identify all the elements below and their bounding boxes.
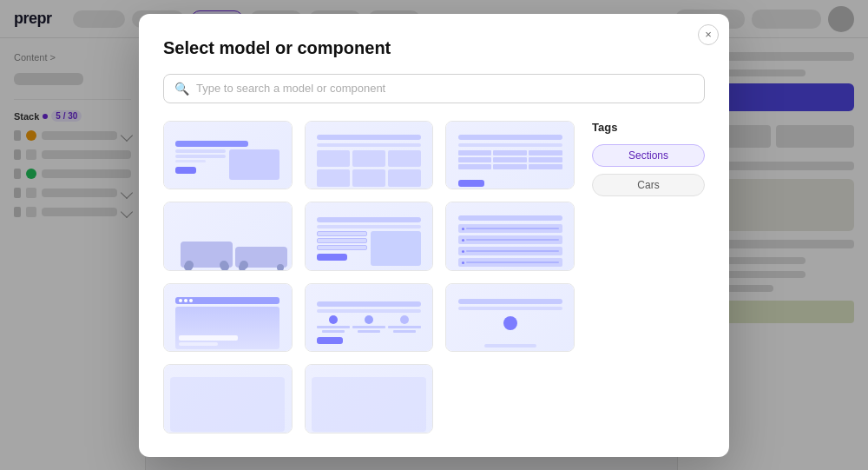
preview-header-line [175,141,248,147]
card-preview-partial-2 [306,365,433,434]
modal-search-box[interactable]: 🔍 [163,74,705,103]
tags-list: Sections Cars [592,144,705,196]
card-preview-how-it-works [306,284,433,353]
modal-close-button[interactable]: × [698,24,719,45]
modal-title: Select model or component [163,38,705,58]
preview-img [229,149,279,180]
tag-sections[interactable]: Sections [592,144,705,167]
card-consultation[interactable]: Section - Consultation [305,202,434,271]
card-partial-2[interactable]: ... [305,364,434,434]
card-faq[interactable]: Section - FAQ [445,202,575,271]
card-preview-how-to-get [446,284,574,353]
card-car[interactable]: Section - Car... [163,202,293,271]
tag-cars[interactable]: Cars [592,174,705,196]
modal-overlay[interactable]: × Select model or component 🔍 [0,0,868,470]
card-preview-consultation [306,202,433,271]
card-preview-benefits [306,122,433,190]
card-preview-car [164,202,292,271]
benefits-preview-grid [317,150,421,187]
card-how-it-works[interactable]: Section - How it works [305,283,434,353]
card-blog-content[interactable]: Section - Blog Content [445,121,575,190]
card-benefits[interactable]: Section - Benefits [305,121,434,190]
modal-tags-sidebar: Tags Sections Cars [592,121,705,434]
search-icon: 🔍 [174,82,189,96]
blog-preview-table [458,150,562,175]
modal-dialog: × Select model or component 🔍 [139,14,729,457]
tags-title: Tags [592,121,705,134]
card-preview-about-lease [164,122,292,190]
card-about-lease[interactable]: Section - About Lease [163,121,293,190]
card-partial-1[interactable]: ... [163,364,293,434]
card-preview-blog [446,122,574,190]
card-preview-partial-1 [164,365,292,434]
card-preview-faq [446,202,574,271]
card-how-to-get[interactable]: Section - How To Ge... [445,283,575,353]
card-header[interactable]: Section - Header [163,283,293,353]
card-preview-header [164,284,292,353]
search-input[interactable] [196,82,694,95]
component-grid: Section - About Lease [163,121,575,434]
modal-body: Section - About Lease [163,121,705,434]
faq-preview [458,224,562,268]
